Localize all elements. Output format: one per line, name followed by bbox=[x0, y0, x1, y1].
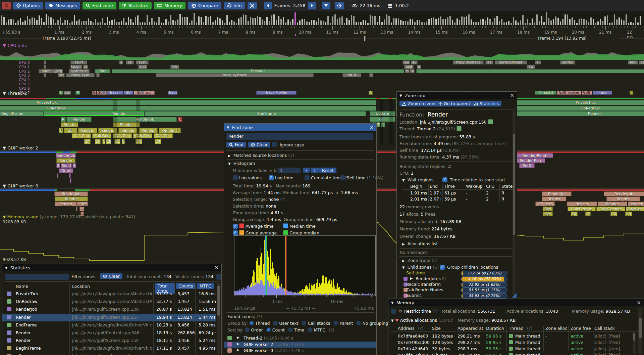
child-time-bar[interactable]: 35.63 us (0.79%) bbox=[461, 293, 507, 299]
cpu-zone[interactable]: si bbox=[535, 60, 541, 64]
frame-bar[interactable] bbox=[395, 18, 397, 25]
power-button[interactable] bbox=[2, 2, 11, 9]
frame-bar[interactable] bbox=[341, 16, 343, 25]
frame-bar[interactable] bbox=[95, 19, 96, 25]
cpu-zone[interactable]: GUIF wor bbox=[134, 91, 155, 95]
zone-statistics-button[interactable]: Statistics bbox=[471, 101, 501, 106]
frame-bar[interactable] bbox=[569, 19, 571, 25]
frame-bar[interactable] bbox=[177, 19, 178, 26]
frame-bar[interactable] bbox=[626, 14, 627, 25]
frame-bar[interactable] bbox=[337, 19, 338, 25]
frame-bar[interactable] bbox=[400, 20, 401, 25]
frame-bar[interactable] bbox=[69, 23, 70, 25]
find-button[interactable]: Find bbox=[226, 142, 246, 147]
zone[interactable]: C bbox=[122, 139, 125, 144]
alloc-callstack-link[interactable]: [alloc] bbox=[593, 353, 606, 355]
cpu-data-header[interactable]: ▼ CPU data bbox=[3, 43, 28, 48]
option-checkbox[interactable]: Self time (1.16%) bbox=[340, 175, 383, 180]
zone[interactable]: 18. bbox=[64, 128, 77, 133]
histogram-plot[interactable] bbox=[234, 235, 376, 296]
zoom-to-zone-button[interactable]: Zoom to zone bbox=[399, 101, 439, 106]
cpu-zone[interactable] bbox=[44, 65, 46, 69]
cpu-zone[interactable]: si bbox=[83, 65, 88, 69]
frame-bar[interactable] bbox=[553, 19, 554, 25]
frame-bar[interactable] bbox=[222, 20, 223, 25]
frame-bar[interactable] bbox=[515, 20, 517, 25]
allocation-row[interactable]: 0x7dfc53d8988 bytes298.34 ms59.95 sMain … bbox=[388, 352, 637, 355]
frame-bar[interactable] bbox=[53, 19, 54, 25]
alloc-callstack-link[interactable]: [alloc] bbox=[593, 340, 606, 345]
zone[interactable]: 24 bbox=[155, 139, 161, 144]
zone[interactable]: 24 bbox=[571, 212, 578, 216]
allocation-row[interactable]: 0x7dfc42d64032 bytes298.3 ms59.95 sMain … bbox=[388, 346, 637, 352]
frame-bar[interactable] bbox=[539, 21, 540, 25]
frame-bar[interactable] bbox=[386, 14, 387, 25]
frame-bar[interactable] bbox=[208, 17, 209, 25]
thread-header[interactable]: ▼ Thread-2 bbox=[3, 91, 27, 96]
frame-bar[interactable] bbox=[534, 23, 535, 25]
collapse-icon[interactable]: ▼ bbox=[227, 126, 229, 129]
zone[interactable] bbox=[76, 207, 77, 211]
frame-bar[interactable] bbox=[285, 23, 286, 25]
expander-icon[interactable]: ▶ bbox=[237, 348, 239, 352]
zone[interactable]: RenderJRend bbox=[516, 153, 553, 158]
allocations-list-expander[interactable]: ▶ Allocations list bbox=[402, 241, 438, 247]
frame-bar[interactable] bbox=[309, 22, 310, 25]
frame-bar[interactable] bbox=[527, 19, 528, 25]
cpu-zone[interactable]: system se bbox=[69, 69, 90, 73]
frame-bar[interactable] bbox=[273, 14, 275, 25]
frame-bar[interactable] bbox=[449, 16, 451, 25]
zone[interactable]: CalcGeomet bbox=[596, 207, 625, 211]
frame-bar[interactable] bbox=[372, 16, 373, 25]
go-to-parent-button[interactable]: Go to parent bbox=[436, 101, 473, 106]
frame-bar[interactable] bbox=[334, 14, 336, 25]
frame-bar[interactable] bbox=[57, 20, 59, 25]
frame-bar[interactable] bbox=[442, 19, 444, 25]
expander-icon[interactable]: ▶ bbox=[237, 336, 239, 339]
frame-bar[interactable] bbox=[1, 15, 2, 25]
frame-bar[interactable] bbox=[461, 16, 463, 25]
zone[interactable]: Rende bbox=[61, 122, 78, 127]
zone[interactable]: Render bbox=[43, 111, 145, 116]
frame-bar[interactable] bbox=[90, 21, 92, 25]
zone[interactable]: EndFrame bbox=[145, 111, 366, 116]
frame-bar[interactable] bbox=[264, 21, 265, 25]
zone[interactable]: Render bbox=[55, 196, 88, 201]
frame-bar[interactable] bbox=[196, 23, 197, 25]
frame-bar[interactable] bbox=[6, 23, 7, 25]
compare-button[interactable]: Compare bbox=[188, 2, 221, 9]
legend-item[interactable]: Average time bbox=[233, 223, 274, 229]
zone[interactable]: Render bbox=[78, 128, 97, 133]
frame-bar[interactable] bbox=[562, 19, 564, 25]
frame-bar[interactable] bbox=[142, 22, 143, 25]
frame-bar[interactable] bbox=[316, 21, 317, 25]
wait-col-header[interactable]: CPU bbox=[486, 184, 494, 189]
frame-bar[interactable] bbox=[217, 17, 218, 25]
close-icon[interactable]: × bbox=[637, 300, 641, 306]
frame-bar[interactable] bbox=[302, 19, 303, 25]
zone[interactable]: -17 RerS bbox=[535, 202, 555, 206]
frame-bar[interactable] bbox=[478, 22, 479, 25]
memory-button[interactable]: Memory bbox=[154, 2, 185, 9]
frame-bar[interactable] bbox=[635, 17, 636, 25]
frame-bar[interactable] bbox=[384, 19, 385, 25]
frame-bar[interactable] bbox=[402, 21, 404, 25]
frame-bar[interactable] bbox=[172, 20, 174, 25]
frame-bar[interactable] bbox=[407, 21, 409, 25]
zone[interactable]: OnRedraw bbox=[0, 106, 376, 111]
zone[interactable]: Rend bbox=[61, 163, 72, 168]
frame-bar[interactable] bbox=[306, 21, 308, 25]
reset-button[interactable]: Reset bbox=[319, 168, 336, 173]
zone[interactable]: Rencer bbox=[567, 202, 597, 206]
zone[interactable]: Rerff bbox=[519, 163, 535, 168]
filter-zones-input[interactable] bbox=[5, 274, 69, 280]
find-zone-titlebar[interactable]: ▼ Find zone × bbox=[224, 124, 376, 131]
cpu-zone[interactable]: kw.gm bbox=[70, 65, 82, 69]
wait-col-header[interactable]: End bbox=[430, 184, 438, 189]
column-mtpc[interactable]: MTPC bbox=[197, 283, 214, 289]
frame-bar[interactable] bbox=[475, 22, 477, 25]
cpu-zone[interactable]: aa bbox=[485, 60, 493, 64]
zone[interactable]: RenderJol bbox=[542, 191, 572, 196]
group-children-checkbox[interactable] bbox=[440, 265, 445, 270]
frame-bar[interactable] bbox=[81, 21, 82, 25]
